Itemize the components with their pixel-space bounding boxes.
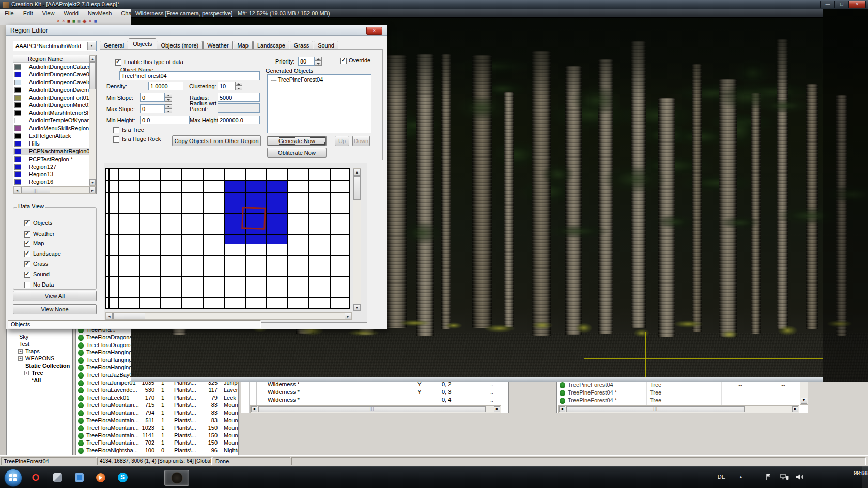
tree-item-sky[interactable]: Sky (7, 334, 72, 341)
tab-general[interactable]: General (100, 41, 128, 50)
region-list-hscrollbar[interactable]: ◄ ||| ► (13, 186, 96, 194)
tree-item-traps[interactable]: +Traps (7, 348, 72, 355)
view-none-button[interactable]: View None (13, 304, 97, 314)
close-button[interactable]: × (848, 1, 866, 8)
scroll-left-icon[interactable]: ◄ (559, 406, 565, 412)
region-row[interactable]: ExtHelgenAttack (13, 132, 89, 140)
opera-taskbar-icon[interactable]: O (26, 470, 45, 485)
cell-view-row[interactable]: Wilderness *Y0, 2.. (241, 381, 509, 389)
scroll-down-icon[interactable]: ▼ (353, 304, 361, 311)
reference-row[interactable]: TreePineForest04 *Tree---- (557, 389, 808, 397)
chevron-down-icon[interactable]: ▼ (87, 42, 96, 50)
object-name-field[interactable] (119, 71, 260, 80)
min-height-field[interactable] (140, 116, 190, 124)
copy-objects-button[interactable]: Copy Objects From Other Region (172, 135, 261, 146)
radius-field[interactable] (218, 93, 260, 102)
scroll-down-icon[interactable]: ▼ (801, 398, 807, 404)
blue-app-taskbar-icon[interactable] (69, 470, 89, 485)
region-row[interactable]: Region127 (13, 163, 89, 171)
enable-data-checkbox[interactable] (115, 59, 121, 66)
show-desktop-button[interactable] (862, 466, 868, 488)
region-list-vscrollbar[interactable]: ▲ ▼ (89, 55, 96, 186)
object-list-row[interactable]: TreeFloraMountain...7021Plants\...150Mou… (76, 439, 239, 447)
region-row[interactable]: PCPTestRegion * (13, 155, 89, 163)
menu-view[interactable]: View (38, 10, 59, 17)
object-list-row[interactable]: TreeFloraMountain...11411Plants\...150Mo… (76, 432, 239, 439)
tree-item-tree[interactable]: +Tree (7, 370, 72, 377)
scroll-right-icon[interactable]: ► (494, 406, 500, 412)
region-row[interactable]: AudioIntMarshInteriorShack (13, 109, 89, 117)
region-row[interactable]: AudioIntDungeonCatacombsS (13, 63, 89, 71)
scroll-left-icon[interactable]: ◄ (251, 406, 257, 412)
up-button[interactable]: Up (335, 136, 349, 146)
cell-view-hscrollbar[interactable]: ◄|||► (250, 405, 501, 413)
view-all-button[interactable]: View All (13, 291, 97, 301)
menu-edit[interactable]: Edit (19, 10, 38, 17)
min-slope-spinner[interactable] (165, 93, 172, 102)
region-row[interactable]: AudioIntTempleOfKynarethCh (13, 117, 89, 124)
skype-taskbar-icon[interactable]: S (113, 470, 132, 485)
checkbox-no-data[interactable] (24, 282, 30, 288)
checkbox-grass[interactable] (24, 261, 30, 267)
cell-view-row[interactable]: Wilderness *0, 4.. (241, 397, 509, 404)
grid-hscrollbar[interactable]: ◄ ► (105, 312, 352, 320)
menu-file[interactable]: File (0, 10, 19, 17)
reference-row[interactable]: TreePineForest04 *Tree---- (557, 397, 808, 405)
scroll-thumb[interactable]: ||| (566, 406, 745, 412)
region-row[interactable]: Hills (13, 140, 89, 148)
object-list-row[interactable]: TreeFloraNightsha...1000Plants\...96Nigh… (76, 447, 239, 454)
maximize-button[interactable]: □ (834, 1, 849, 8)
scroll-thumb[interactable] (89, 62, 96, 89)
cell-view-row[interactable]: Wilderness *Y0, 3.. (241, 389, 509, 397)
priority-spinner[interactable] (315, 57, 322, 66)
expand-icon[interactable]: + (18, 356, 23, 361)
is-a-tree-checkbox[interactable] (113, 127, 119, 133)
tree-item-weapons[interactable]: +WEAPONS (7, 355, 72, 363)
scroll-down-icon[interactable]: ▼ (89, 179, 96, 185)
selected-cell-outline[interactable] (241, 207, 266, 230)
object-list-row[interactable]: TreeFloraMountain...7151Plants\...83Moun… (76, 402, 239, 409)
reference-vscrollbar[interactable]: ▼ (800, 381, 808, 405)
object-list-row[interactable]: TreeFloraMountain...7941Plants\...83Moun… (76, 410, 239, 417)
region-row[interactable]: AudioMenuSkillsRegion (13, 124, 89, 132)
dialog-title-bar[interactable]: Region Editor (6, 25, 387, 36)
down-button[interactable]: Down (352, 136, 370, 146)
region-row[interactable]: Region16 (13, 178, 89, 186)
checkbox-landscape[interactable] (24, 251, 30, 257)
media-player-taskbar-icon[interactable] (91, 470, 111, 485)
object-list-row[interactable]: TreeFloraLavende...5301Plants\...117Lave… (76, 387, 239, 394)
scroll-thumb[interactable]: ||| (21, 187, 50, 193)
object-list-row[interactable]: TreeFloraLeek011701Plants\...79Leek (76, 395, 239, 402)
priority-field[interactable] (298, 57, 315, 66)
scroll-up-icon[interactable]: ▲ (353, 169, 361, 176)
obliterate-now-button[interactable]: Obliterate Now (267, 148, 327, 158)
start-button[interactable] (4, 469, 22, 487)
region-row[interactable]: AudioIntDungeonCave01DUPl (13, 71, 89, 78)
minimize-button[interactable]: — (820, 1, 835, 8)
scroll-thumb[interactable] (353, 176, 361, 200)
scroll-right-icon[interactable]: ► (345, 313, 351, 319)
checkbox-objects[interactable] (24, 220, 30, 226)
snipping-tool-taskbar-icon[interactable] (48, 470, 67, 485)
object-list-row[interactable]: TreeFloraMountain...10231Plants\...150Mo… (76, 424, 239, 432)
tree-item-staticcollection[interactable]: Static Collection (7, 363, 72, 370)
show-hidden-icons[interactable]: ▲ (739, 475, 743, 479)
scroll-thumb[interactable] (113, 313, 145, 319)
tab-map[interactable]: Map (234, 41, 253, 50)
generate-now-button[interactable]: Generate Now (267, 136, 327, 146)
creation-kit-taskbar-button[interactable] (164, 470, 189, 486)
checkbox-weather[interactable] (24, 231, 30, 238)
expand-icon[interactable]: + (24, 371, 29, 375)
checkbox-map[interactable] (24, 241, 30, 247)
scroll-right-icon[interactable]: ► (792, 406, 798, 412)
density-field[interactable] (148, 82, 183, 90)
scroll-left-icon[interactable]: ◄ (106, 313, 113, 319)
generated-object-item[interactable]: ----TreePineForest04 (268, 75, 371, 83)
language-indicator[interactable]: DE (718, 474, 725, 480)
tab-objects-more-[interactable]: Objects (more) (157, 41, 203, 50)
region-row[interactable]: PCPNachtmahrRegion01 * (13, 148, 89, 155)
region-row[interactable]: AudioIntDungeonFort01 (13, 94, 89, 102)
max-height-field[interactable] (218, 116, 260, 124)
reference-hscrollbar[interactable]: ◄|||► (558, 405, 799, 413)
region-row[interactable]: Region13 (13, 170, 89, 178)
